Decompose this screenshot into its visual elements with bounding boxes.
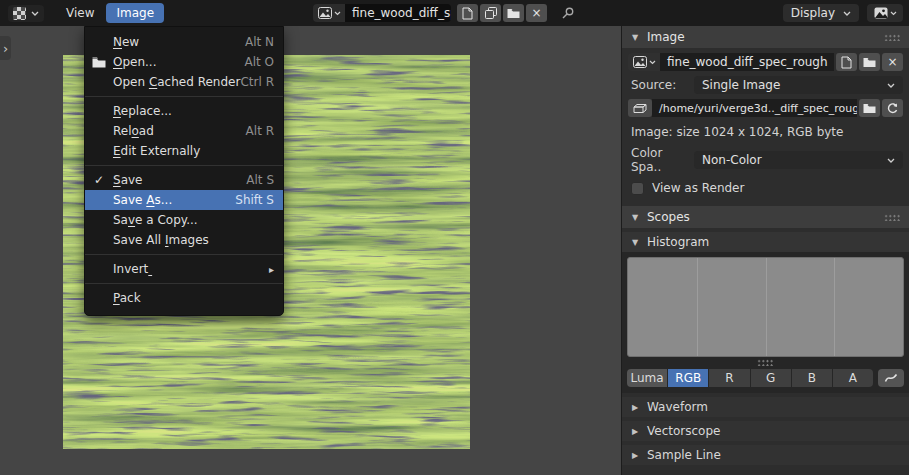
display-label: Display	[791, 6, 835, 20]
menu-image[interactable]: Image	[106, 3, 164, 23]
image-icon	[318, 7, 332, 19]
menu-item-invert[interactable]: Invert ▸	[85, 259, 283, 279]
view-as-render-checkbox[interactable]	[631, 182, 644, 195]
properties-sidebar: ▼ Image fine_wood_diff_spec_rough ×	[621, 26, 909, 475]
open-image-button[interactable]	[503, 4, 524, 22]
menu-item-save-all-images[interactable]: Save All Images	[85, 230, 283, 250]
chevron-down-icon	[31, 11, 39, 16]
mode-b-button[interactable]: B	[792, 369, 832, 387]
colorspace-row: Color Spa.. Non-Color	[628, 146, 903, 174]
duplicate-image-button[interactable]	[480, 4, 501, 22]
source-label: Source:	[628, 78, 694, 92]
menu-item-reload[interactable]: Reload Alt R	[85, 121, 283, 141]
display-dropdown[interactable]: Display	[783, 4, 859, 22]
menu-item-replace[interactable]: Replace...	[85, 101, 283, 121]
mode-rgb-button[interactable]: RGB	[668, 369, 708, 387]
mode-a-button[interactable]: A	[833, 369, 873, 387]
menu-item-save-as[interactable]: Save As... Shift S	[85, 190, 283, 210]
scopes-panel-header[interactable]: ▼ Scopes	[622, 206, 909, 228]
pin-button[interactable]	[557, 4, 578, 22]
open-image-button[interactable]	[859, 53, 880, 71]
curve-icon	[884, 372, 898, 384]
mode-luma-button[interactable]: Luma	[627, 369, 667, 387]
menu-separator	[85, 279, 283, 288]
histogram-body: Luma RGB R G B A	[622, 252, 909, 393]
folder-icon	[863, 103, 876, 114]
source-dropdown[interactable]: Single Image	[694, 76, 903, 94]
folder-icon	[92, 56, 106, 68]
waveform-panel-header[interactable]: ▶ Waveform	[622, 397, 909, 417]
chevron-down-icon	[334, 11, 341, 16]
image-panel-header[interactable]: ▼ Image	[622, 26, 909, 48]
browse-file-button[interactable]	[859, 99, 880, 117]
image-panel-body: fine_wood_diff_spec_rough × Source: Sing…	[622, 48, 909, 203]
disclosure-open-icon: ▼	[630, 213, 640, 222]
refresh-icon	[886, 102, 899, 115]
disclosure-open-icon: ▼	[630, 33, 640, 42]
histogram-mode-buttons: Luma RGB R G B A	[627, 369, 904, 391]
view-as-render-label: View as Render	[652, 181, 744, 195]
unlink-image-button[interactable]: ×	[526, 4, 547, 22]
header-menus: View Image	[56, 3, 164, 23]
histogram-display[interactable]	[627, 257, 904, 357]
histogram-resize-grip[interactable]	[627, 357, 904, 369]
toggle-arrow-icon: ›	[3, 41, 8, 56]
chevron-down-icon	[649, 60, 656, 65]
disclosure-open-icon: ▼	[630, 238, 640, 247]
menu-separator	[85, 161, 283, 170]
reload-image-button[interactable]	[882, 99, 903, 117]
folder-icon	[863, 57, 876, 68]
vectorscope-panel-header[interactable]: ▶ Vectorscope	[622, 421, 909, 441]
histogram-gridline	[697, 258, 698, 356]
subpanel-title: Histogram	[647, 235, 709, 249]
colorspace-label: Color Spa..	[628, 146, 694, 174]
menu-item-new[interactable]: New Alt N	[85, 32, 283, 52]
menu-item-save[interactable]: ✓ Save Alt S	[85, 170, 283, 190]
menu-item-edit-externally[interactable]: Edit Externally	[85, 141, 283, 161]
show-line-toggle-button[interactable]	[878, 369, 904, 387]
menu-item-save-a-copy[interactable]: Save a Copy...	[85, 210, 283, 230]
toolbar-toggle-arrow[interactable]: ›	[0, 36, 11, 60]
mode-r-button[interactable]: R	[709, 369, 749, 387]
image-info-text: Image: size 1024 x 1024, RGB byte	[628, 122, 903, 141]
image-menu-popup: New Alt N Open... Alt O Open Cached Rend…	[84, 26, 284, 316]
histogram-gridline	[834, 258, 835, 356]
image-name-field[interactable]: fine_wood_diff_spec..	[345, 4, 451, 22]
filepath-field[interactable]: /home/yuri/verge3d.._diff_spec_rough.jpg	[652, 99, 857, 117]
folder-icon	[507, 8, 520, 19]
sample-line-panel-header[interactable]: ▶ Sample Line	[622, 445, 909, 465]
mode-g-button[interactable]: G	[751, 369, 791, 387]
menu-item-open[interactable]: Open... Alt O	[85, 52, 283, 72]
unlink-image-button[interactable]: ×	[882, 53, 903, 71]
disclosure-closed-icon: ▶	[630, 403, 640, 412]
image-name-field[interactable]: fine_wood_diff_spec_rough	[660, 53, 834, 71]
view-as-render-row: View as Render	[628, 181, 903, 195]
menu-item-pack[interactable]: Pack	[85, 288, 283, 308]
disclosure-closed-icon: ▶	[630, 451, 640, 460]
new-file-icon	[462, 7, 473, 20]
histogram-subpanel-header[interactable]: ▼ Histogram	[622, 232, 909, 252]
blender-image-editor: View Image fine_wood_diff_spec.. ×	[0, 0, 909, 475]
chevron-down-icon	[890, 11, 897, 16]
image-browse-button[interactable]	[313, 4, 345, 22]
image-icon	[874, 7, 888, 19]
colorspace-dropdown[interactable]: Non-Color	[694, 151, 903, 169]
filepath-row: /home/yuri/verge3d.._diff_spec_rough.jpg	[628, 99, 903, 117]
image-editor-icon	[13, 7, 26, 20]
histogram-gridline	[766, 258, 767, 356]
panel-drag-grip[interactable]	[884, 214, 901, 221]
new-image-button[interactable]	[457, 4, 478, 22]
copy-icon	[485, 7, 497, 19]
panel-drag-grip[interactable]	[884, 34, 901, 41]
image-editor-canvas[interactable]: › New Alt N	[0, 26, 621, 475]
menu-separator	[85, 250, 283, 259]
filepath-source-button[interactable]	[628, 99, 652, 117]
display-device-dropdown[interactable]	[867, 4, 903, 22]
image-browse-button[interactable]	[628, 53, 660, 71]
new-image-button[interactable]	[836, 53, 857, 71]
menu-view[interactable]: View	[56, 3, 104, 23]
editor-type-selector[interactable]	[8, 5, 44, 22]
new-file-icon	[841, 56, 852, 69]
panel-title: Scopes	[647, 210, 690, 224]
menu-item-open-cached-render[interactable]: Open Cached Render Ctrl R	[85, 72, 283, 92]
